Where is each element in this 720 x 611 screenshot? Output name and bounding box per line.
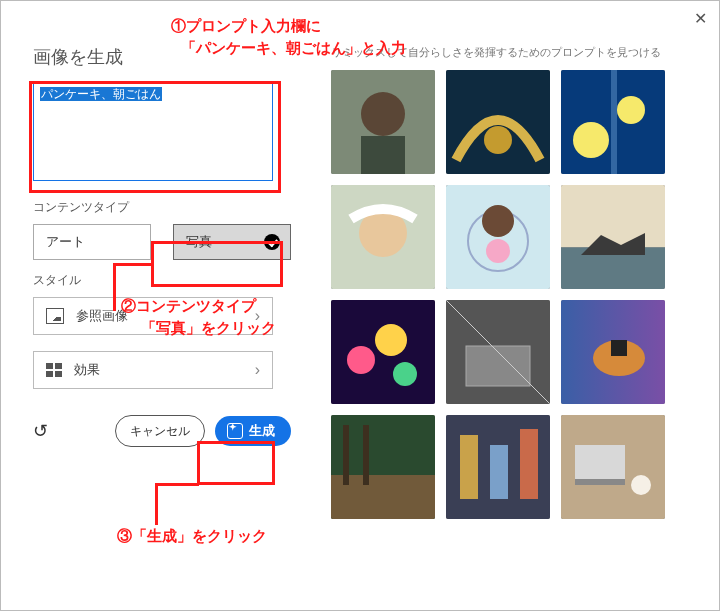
sample-thumb[interactable] xyxy=(446,70,550,174)
svg-rect-27 xyxy=(611,340,627,356)
sample-thumb[interactable] xyxy=(446,185,550,289)
sample-thumb[interactable] xyxy=(446,300,550,404)
chevron-right-icon: › xyxy=(255,361,260,379)
svg-rect-37 xyxy=(575,445,625,479)
svg-point-1 xyxy=(361,92,405,136)
svg-rect-34 xyxy=(490,445,508,499)
generate-icon xyxy=(227,423,243,439)
left-panel: 画像を生成 パンケーキ、朝ごはん コンテンツタイプ アート 写真 スタイル 参照… xyxy=(33,45,291,447)
svg-rect-31 xyxy=(363,425,369,485)
annotation-3-box xyxy=(197,441,275,485)
sample-thumb[interactable] xyxy=(561,300,665,404)
svg-point-20 xyxy=(393,362,417,386)
svg-rect-35 xyxy=(520,429,538,499)
effects-label: 効果 xyxy=(74,361,100,379)
sample-thumb[interactable] xyxy=(331,415,435,519)
effects-button[interactable]: 効果 › xyxy=(33,351,273,389)
effects-icon xyxy=(46,363,62,377)
sample-thumb[interactable] xyxy=(561,70,665,174)
right-panel: リミックスして自分らしさを発揮するためのプロンプトを見つける xyxy=(331,45,691,590)
sample-thumb[interactable] xyxy=(561,415,665,519)
svg-point-4 xyxy=(484,126,512,154)
reference-image-button[interactable]: 参照画像 › xyxy=(33,297,273,335)
svg-rect-33 xyxy=(460,435,478,499)
sample-thumb[interactable] xyxy=(446,415,550,519)
close-icon[interactable]: ✕ xyxy=(694,9,707,28)
style-label: スタイル xyxy=(33,272,291,289)
sample-thumb[interactable] xyxy=(331,300,435,404)
gallery-subtitle: リミックスして自分らしさを発揮するためのプロンプトを見つける xyxy=(331,45,691,60)
content-type-row: アート 写真 xyxy=(33,224,291,260)
type-art-label: アート xyxy=(46,234,85,249)
reset-icon[interactable]: ↺ xyxy=(33,420,48,442)
content-type-label: コンテンツタイプ xyxy=(33,199,291,216)
dialog-window: ✕ 画像を生成 パンケーキ、朝ごはん コンテンツタイプ アート 写真 スタイル … xyxy=(0,0,720,611)
sample-thumb[interactable] xyxy=(331,70,435,174)
svg-rect-2 xyxy=(361,136,405,174)
svg-point-6 xyxy=(573,122,609,158)
reference-image-icon xyxy=(46,308,64,324)
sample-thumb[interactable] xyxy=(331,185,435,289)
sample-gallery xyxy=(331,70,691,570)
annotation-3: ③「生成」をクリック xyxy=(117,527,267,546)
svg-point-19 xyxy=(375,324,407,356)
svg-point-14 xyxy=(486,239,510,263)
type-photo-button[interactable]: 写真 xyxy=(173,224,291,260)
svg-point-18 xyxy=(347,346,375,374)
cancel-button[interactable]: キャンセル xyxy=(115,415,205,447)
svg-rect-8 xyxy=(611,70,617,174)
prompt-input[interactable]: パンケーキ、朝ごはん xyxy=(33,81,273,181)
annotation-3-connector xyxy=(155,483,158,525)
type-art-button[interactable]: アート xyxy=(33,224,151,260)
prompt-value: パンケーキ、朝ごはん xyxy=(40,87,162,101)
cancel-label: キャンセル xyxy=(130,423,190,440)
svg-point-39 xyxy=(631,475,651,495)
action-row: ↺ キャンセル 生成 xyxy=(33,415,291,447)
svg-point-13 xyxy=(482,205,514,237)
annotation-1-line1: ①プロンプト入力欄に xyxy=(171,17,321,36)
chevron-right-icon: › xyxy=(255,307,260,325)
sample-thumb[interactable] xyxy=(561,185,665,289)
svg-rect-30 xyxy=(343,425,349,485)
reference-image-label: 参照画像 xyxy=(76,307,128,325)
type-photo-label: 写真 xyxy=(186,234,212,249)
svg-rect-15 xyxy=(561,185,665,247)
svg-point-7 xyxy=(617,96,645,124)
svg-rect-38 xyxy=(575,479,625,485)
check-icon xyxy=(264,234,280,250)
generate-label: 生成 xyxy=(249,422,275,440)
annotation-3-connector xyxy=(155,483,199,486)
panel-title: 画像を生成 xyxy=(33,45,291,69)
generate-button[interactable]: 生成 xyxy=(215,416,291,446)
